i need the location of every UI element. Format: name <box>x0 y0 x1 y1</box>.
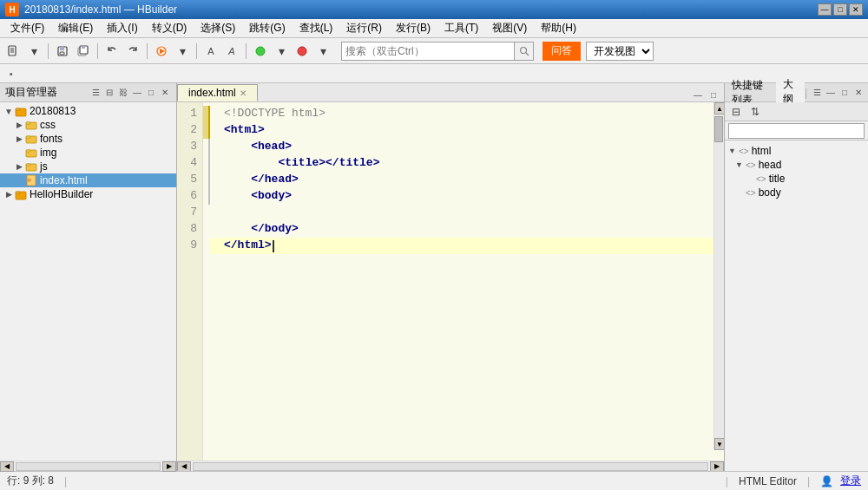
outline-item-body[interactable]: <> body <box>725 186 868 199</box>
editor-tab-close[interactable]: ✕ <box>240 88 247 98</box>
menu-find[interactable]: 查找(L) <box>293 19 340 37</box>
tree-item-css[interactable]: ▶ css <box>0 118 176 132</box>
save-button[interactable] <box>53 42 72 61</box>
indent-8 <box>224 221 251 238</box>
project-manager-title: 项目管理器 <box>5 85 86 100</box>
run-button[interactable] <box>152 42 171 61</box>
outline-sort-btn[interactable]: ⇅ <box>747 104 763 120</box>
menu-file[interactable]: 文件(F) <box>3 19 51 37</box>
vscroll-thumb[interactable] <box>714 116 723 142</box>
svg-rect-17 <box>16 108 20 110</box>
tree-item-fonts[interactable]: ▶ fonts <box>0 132 176 146</box>
qa-button[interactable]: 问答 <box>542 42 581 61</box>
panel-maximize-icon[interactable]: □ <box>145 87 157 99</box>
undo-button[interactable] <box>102 42 122 61</box>
menu-escape[interactable]: 转义(D) <box>145 19 194 37</box>
outline-item-head[interactable]: ▼ <> head <box>725 158 868 172</box>
close-button[interactable]: ✕ <box>849 3 863 16</box>
menu-jump[interactable]: 跳转(G) <box>242 19 292 37</box>
green-button[interactable] <box>251 42 270 61</box>
new-button[interactable] <box>3 42 23 61</box>
status-sep-1: | <box>64 475 67 487</box>
rp-close-icon[interactable]: ✕ <box>852 87 865 99</box>
svg-text:H: H <box>28 177 31 183</box>
titlebar-left: H 20180813/index.html — HBuilder <box>5 3 177 16</box>
left-panel-hscroll[interactable]: ◀ ▶ <box>0 461 176 471</box>
outline-item-label: body <box>759 186 781 199</box>
main-layout: 项目管理器 ☰ ⊟ ⛓ — □ ✕ ▼ 20180813 <box>0 83 868 471</box>
red-button[interactable] <box>293 42 312 61</box>
toolbar-sep-2 <box>97 43 98 59</box>
editor-tab-index-html[interactable]: index.html ✕ <box>177 84 258 101</box>
menu-insert[interactable]: 插入(I) <box>100 19 144 37</box>
panel-minimize-icon[interactable]: — <box>131 87 143 99</box>
rp-minimize-icon[interactable]: — <box>825 87 837 99</box>
dev-view-select[interactable]: 开发视图 预览视图 <box>586 42 654 61</box>
svg-marker-11 <box>160 49 165 54</box>
code-area[interactable]: <!DOCTYPE html> <html> <head> <title></t… <box>203 102 724 461</box>
redo-button[interactable] <box>123 42 142 61</box>
line-num: 6 <box>177 188 202 205</box>
tree-item-hellohbuilder[interactable]: ▶ HelloHBuilder <box>0 187 176 201</box>
indent-5 <box>224 172 251 188</box>
tree-item-20180813[interactable]: ▼ 20180813 <box>0 104 176 118</box>
menu-run[interactable]: 运行(R) <box>339 19 389 37</box>
search-input[interactable] <box>341 42 515 61</box>
red-dropdown-button[interactable]: ▾ <box>313 42 332 61</box>
vscroll-up[interactable]: ▲ <box>714 102 724 114</box>
tree-item-label: HelloHBuilder <box>30 188 93 200</box>
panel-link-icon[interactable]: ⛓ <box>117 87 129 99</box>
panel-collapse-icon[interactable]: ⊟ <box>103 87 115 99</box>
menu-edit[interactable]: 编辑(E) <box>51 19 100 37</box>
code-line-8: </body> <box>210 221 717 238</box>
outline-item-title[interactable]: <> title <box>725 172 868 186</box>
vscrollbar[interactable]: ▲ ▼ <box>713 102 724 450</box>
svg-rect-25 <box>26 164 30 166</box>
new-dropdown-button[interactable]: ▾ <box>24 42 43 61</box>
vscroll-down[interactable]: ▼ <box>714 438 724 450</box>
menu-publish[interactable]: 发行(B) <box>389 19 437 37</box>
line-num: 1 <box>177 106 202 122</box>
rp-menu-icon[interactable]: ☰ <box>811 87 823 99</box>
hscroll-right[interactable]: ▶ <box>710 461 724 472</box>
login-link[interactable]: 登录 <box>840 474 861 488</box>
search-button[interactable] <box>515 42 534 61</box>
fold-indicator-1 <box>203 106 210 122</box>
outline-item-label: html <box>752 145 772 157</box>
editor-content[interactable]: ▲ ▼ 1 2 3 4 5 6 7 8 9 <box>177 102 724 461</box>
tab-ctrl-maximize[interactable]: □ <box>707 88 720 101</box>
menu-select[interactable]: 选择(S) <box>194 19 242 37</box>
tree-item-js[interactable]: ▶ js <box>0 160 176 173</box>
line-num: 9 <box>177 238 202 254</box>
panel-close-icon[interactable]: ✕ <box>159 87 171 99</box>
hscroll-left[interactable]: ◀ <box>177 461 191 472</box>
tree-item-label: 20180813 <box>30 105 76 117</box>
green-dropdown-button[interactable]: ▾ <box>272 42 291 61</box>
outline-collapse-btn[interactable]: ⊟ <box>728 104 744 120</box>
save-all-button[interactable] <box>74 42 93 61</box>
tab-ctrl-minimize[interactable]: — <box>691 88 705 101</box>
svg-rect-29 <box>16 192 20 193</box>
project-manager-panel: 项目管理器 ☰ ⊟ ⛓ — □ ✕ ▼ 20180813 <box>0 83 177 471</box>
svg-point-13 <box>298 47 306 56</box>
hscroll-right-arrow[interactable]: ▶ <box>162 461 176 472</box>
menu-tools[interactable]: 工具(T) <box>437 19 485 37</box>
format2-button[interactable]: A <box>222 42 241 61</box>
fold-indicator-3 <box>203 139 210 155</box>
rp-maximize-icon[interactable]: □ <box>838 87 851 99</box>
outline-item-html[interactable]: ▼ <> html <box>725 144 868 158</box>
menu-help[interactable]: 帮助(H) <box>534 19 583 37</box>
panel-menu-icon[interactable]: ☰ <box>89 87 102 99</box>
tree-item-index-html[interactable]: H index.html <box>0 173 176 187</box>
hscroll-left-arrow[interactable]: ◀ <box>0 461 14 472</box>
format-button[interactable]: A <box>201 42 220 61</box>
menu-view[interactable]: 视图(V) <box>485 19 534 37</box>
run-dropdown-button[interactable]: ▾ <box>173 42 192 61</box>
tree-item-img[interactable]: img <box>0 146 176 160</box>
maximize-button[interactable]: □ <box>833 3 847 16</box>
html-file-icon: H <box>24 174 38 186</box>
fold-indicator-6 <box>203 188 210 205</box>
minimize-button[interactable]: — <box>818 3 832 16</box>
outline-search-input[interactable] <box>728 123 865 139</box>
outline-tag-icon: <> <box>746 160 756 170</box>
